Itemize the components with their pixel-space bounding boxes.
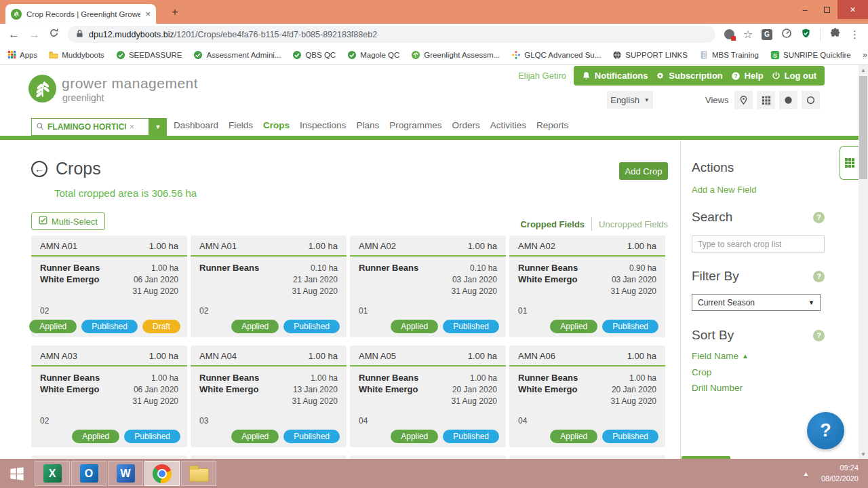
subscription-menu-item[interactable]: Subscription bbox=[656, 71, 722, 81]
clear-icon[interactable]: × bbox=[130, 122, 134, 132]
shield-extension-icon[interactable] bbox=[801, 28, 811, 41]
apps-shortcut[interactable]: Apps bbox=[7, 50, 37, 60]
bookmarks-overflow-icon[interactable]: » bbox=[863, 50, 868, 60]
account-menu: NotificationsSubscription?HelpLog out bbox=[574, 66, 825, 86]
filled-circle-view-button[interactable] bbox=[779, 91, 797, 109]
help-fab-button[interactable]: ? bbox=[807, 412, 844, 449]
help-menu-item[interactable]: ?Help bbox=[731, 71, 764, 81]
crop-card[interactable]: AMN A01 1.00 ha Runner Beans White Emerg… bbox=[31, 236, 187, 337]
scrollbar-thumb[interactable] bbox=[859, 76, 867, 179]
puzzle-extension-icon[interactable] bbox=[829, 27, 841, 41]
map-view-button[interactable] bbox=[734, 91, 753, 109]
tab-uncropped-fields[interactable]: Uncropped Fields bbox=[599, 219, 668, 229]
bookmark-magole-qc[interactable]: Magole QC bbox=[347, 50, 399, 60]
start-button[interactable] bbox=[0, 459, 34, 488]
scroll-up-icon[interactable]: ▲ bbox=[859, 65, 868, 75]
taskbar-chrome-button[interactable] bbox=[144, 461, 180, 486]
browser-menu-icon[interactable]: ⋮ bbox=[850, 29, 860, 41]
lock-icon[interactable] bbox=[76, 29, 83, 41]
taskbar-file-explorer-button[interactable] bbox=[181, 461, 216, 486]
crop-area: 0.10 ha bbox=[292, 263, 338, 274]
crop-card[interactable]: AMN A02 1.00 ha Runner Beans 0.10 ha 03 … bbox=[350, 236, 506, 337]
bookmark-star-icon[interactable]: ☆ bbox=[743, 28, 753, 41]
speedometer-extension-icon[interactable] bbox=[781, 28, 792, 41]
status-badges: AppliedPublished bbox=[550, 430, 658, 443]
nav-item-inspections[interactable]: Inspections bbox=[300, 120, 346, 130]
status-badge-published: Published bbox=[443, 430, 499, 443]
crop-card[interactable]: AMN A04 1.00 ha Runner Beans White Emerg… bbox=[191, 345, 347, 447]
bookmark-mbs-training[interactable]: MBS Training bbox=[699, 50, 759, 60]
sort-by-drill-number[interactable]: Drill Number bbox=[692, 383, 743, 393]
window-restore-button[interactable] bbox=[816, 0, 837, 19]
season-filter-select[interactable]: Current Season▼ bbox=[692, 294, 821, 311]
outline-circle-view-button[interactable] bbox=[802, 91, 820, 109]
bookmark-muddyboots[interactable]: Muddyboots bbox=[49, 50, 104, 60]
nav-item-reports[interactable]: Reports bbox=[536, 120, 568, 130]
multi-select-button[interactable]: Multi-Select bbox=[31, 212, 105, 230]
refresh-icon[interactable] bbox=[49, 28, 59, 41]
new-tab-button[interactable]: + bbox=[167, 5, 183, 19]
grid-view-button[interactable] bbox=[757, 91, 775, 109]
window-minimize-button[interactable]: – bbox=[794, 0, 816, 19]
organisation-search-box[interactable]: × bbox=[31, 118, 149, 136]
nav-item-crops[interactable]: Crops bbox=[263, 120, 290, 130]
field-name: AMN A02 bbox=[518, 241, 555, 251]
sort-help-icon[interactable]: ? bbox=[813, 330, 825, 341]
add-new-field-link[interactable]: Add a New Field bbox=[692, 185, 756, 195]
crop-card-header: AMN A02 1.00 ha bbox=[509, 236, 665, 257]
crop-name: Runner Beans bbox=[359, 373, 418, 384]
tab-cropped-fields[interactable]: Cropped Fields bbox=[520, 219, 585, 229]
add-crop-button[interactable]: Add Crop bbox=[619, 162, 668, 180]
status-badge-applied: Applied bbox=[231, 320, 279, 333]
log-out-menu-item[interactable]: Log out bbox=[772, 71, 817, 81]
page-scrollbar[interactable]: ▲ ▼ bbox=[859, 65, 868, 459]
search-help-icon[interactable]: ? bbox=[813, 212, 825, 223]
user-name[interactable]: Elijah Getiro bbox=[468, 71, 566, 81]
language-select[interactable]: English▼ bbox=[607, 91, 653, 109]
taskbar-excel-button[interactable]: X bbox=[35, 461, 70, 486]
nav-item-dashboard[interactable]: Dashboard bbox=[174, 120, 218, 130]
scroll-down-icon[interactable]: ▼ bbox=[859, 449, 868, 459]
nav-item-programmes[interactable]: Programmes bbox=[389, 120, 441, 130]
crop-card[interactable]: AMN A02 1.00 ha Runner Beans White Emerg… bbox=[509, 236, 665, 337]
nav-item-plans[interactable]: Plans bbox=[356, 120, 379, 130]
crop-card[interactable]: AMN A03 1.00 ha Runner Beans White Emerg… bbox=[31, 345, 187, 447]
back-button[interactable]: ← bbox=[31, 161, 47, 177]
filter-help-icon[interactable]: ? bbox=[813, 271, 825, 282]
forward-icon[interactable]: → bbox=[28, 29, 40, 40]
crop-card[interactable]: AMN A05 1.00 ha Runner Beans White Emerg… bbox=[350, 345, 506, 447]
main-content: ← Crops Total cropped area is 306.56 ha … bbox=[0, 140, 868, 459]
bookmark-sunripe-quickfire[interactable]: SSUNRIPE Quickfire bbox=[770, 50, 851, 60]
nav-item-orders[interactable]: Orders bbox=[452, 120, 479, 130]
back-icon[interactable]: ← bbox=[8, 29, 20, 40]
side-panel-tab[interactable] bbox=[840, 146, 859, 180]
bookmark-glqc-advanced-su[interactable]: GLQC Advanced Su... bbox=[511, 50, 601, 60]
taskbar-clock[interactable]: 09:24 08/02/2020 bbox=[821, 463, 859, 485]
browser-tab[interactable]: Crop Records | Greenlight Growe × bbox=[5, 4, 156, 24]
crop-search-input[interactable] bbox=[692, 236, 825, 252]
tab-close-icon[interactable]: × bbox=[145, 9, 151, 19]
greenlight-logo-icon[interactable] bbox=[28, 75, 56, 102]
address-bar[interactable]: dpu12.muddyboots.biz/1201/Crops/ebe4fa76… bbox=[68, 26, 715, 43]
taskbar-outlook-button[interactable]: O bbox=[71, 461, 106, 486]
sort-by-field-name[interactable]: Field Name▲ bbox=[692, 351, 749, 361]
crop-card[interactable]: AMN A01 1.00 ha Runner Beans 0.10 ha 21 … bbox=[191, 236, 347, 337]
sort-by-crop[interactable]: Crop bbox=[692, 367, 711, 377]
nav-item-fields[interactable]: Fields bbox=[229, 120, 253, 130]
taskbar-word-button[interactable]: W bbox=[108, 461, 143, 486]
organisation-search-input[interactable] bbox=[47, 122, 126, 132]
extension-badge-icon[interactable] bbox=[724, 29, 734, 39]
bookmark-qbs-qc[interactable]: QBS QC bbox=[292, 50, 336, 60]
bookmark-greenlight-assessm[interactable]: Greenlight Assessm... bbox=[411, 50, 500, 60]
bookmark-seedassure[interactable]: SEEDASSURE bbox=[116, 50, 182, 60]
nav-item-activities[interactable]: Activities bbox=[490, 120, 526, 130]
bookmark-support-links[interactable]: SUPPORT LINKS bbox=[612, 50, 688, 60]
crop-card[interactable]: AMN A06 1.00 ha Runner Beans White Emerg… bbox=[509, 345, 665, 447]
tray-expand-icon[interactable]: ▲ bbox=[803, 470, 809, 477]
window-close-button[interactable]: × bbox=[837, 0, 868, 19]
organisation-dropdown-button[interactable]: ▼ bbox=[149, 118, 167, 136]
notifications-menu-item[interactable]: Notifications bbox=[582, 71, 648, 81]
field-area: 1.00 ha bbox=[468, 351, 497, 361]
g-extension-icon[interactable]: G bbox=[762, 29, 772, 40]
bookmark-assessment-admini[interactable]: Assessment Admini... bbox=[193, 50, 281, 60]
